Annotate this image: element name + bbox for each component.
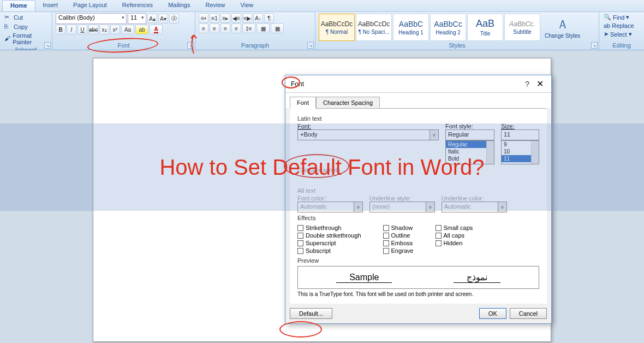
style-heading2[interactable]: AaBbCcHeading 2 <box>430 14 466 41</box>
font-color-value: Automatic <box>300 203 327 210</box>
indent-left-button[interactable]: ◀≡ <box>231 13 241 23</box>
show-marks-button[interactable]: ¶ <box>264 13 274 23</box>
highlight-button[interactable]: ab <box>135 25 148 34</box>
change-case-button[interactable]: Aa <box>121 25 134 34</box>
style-title[interactable]: AaBTitle <box>467 14 503 41</box>
underline-button[interactable]: U <box>77 25 87 34</box>
select-button[interactable]: ➤Select ▾ <box>603 30 641 38</box>
find-button[interactable]: 🔍Find ▾ <box>603 13 641 21</box>
superscript-checkbox[interactable]: Superscript <box>297 240 361 246</box>
italic-button[interactable]: I <box>67 25 76 34</box>
group-styles: AaBbCcDc¶ Normal AaBbCcDc¶ No Spaci... A… <box>315 12 599 50</box>
font-launcher-icon[interactable]: ↘ <box>187 42 194 49</box>
format-painter-button[interactable]: 🖌Format Painter <box>3 32 49 46</box>
preview-sample-latin: Sample <box>336 273 392 283</box>
ok-button[interactable]: OK <box>479 308 506 319</box>
dialog-footer: Default... OK Cancel <box>285 304 551 323</box>
borders-button[interactable]: ▦ <box>271 23 284 33</box>
all-text-label: All text <box>297 187 539 194</box>
styles-launcher-icon[interactable]: ↘ <box>591 42 598 49</box>
dstrike-checkbox[interactable]: Double strikethrough <box>297 232 361 239</box>
copy-label: Copy <box>14 23 28 30</box>
bullets-button[interactable]: ≡• <box>199 13 208 23</box>
bold-button[interactable]: B <box>56 25 65 34</box>
underline-color-combo[interactable]: Automaticv <box>442 202 507 212</box>
tab-insert[interactable]: Insert <box>35 0 66 11</box>
multilevel-button[interactable]: ≡▸ <box>220 13 230 23</box>
strike-checkbox[interactable]: Strikethrough <box>297 224 361 231</box>
tab-home[interactable]: Home <box>2 0 35 11</box>
clear-format-button[interactable]: Ⓐ <box>169 14 179 23</box>
emboss-checkbox[interactable]: Emboss <box>383 240 414 246</box>
cancel-button[interactable]: Cancel <box>510 308 547 319</box>
align-center-button[interactable]: ≡ <box>210 23 219 33</box>
paragraph-launcher-icon[interactable]: ↘ <box>307 42 314 49</box>
brush-icon: 🖌 <box>4 35 11 43</box>
numbering-button[interactable]: ≡1 <box>210 13 219 23</box>
tab-mailings[interactable]: Mailings <box>160 0 198 11</box>
shading-button[interactable]: ▦ <box>257 23 270 33</box>
preview-box: Sample نموذج <box>297 266 539 289</box>
dialog-tab-spacing[interactable]: Character Spacing <box>316 97 380 109</box>
style-listbox[interactable]: Regular Italic Bold <box>445 140 494 164</box>
style-normal[interactable]: AaBbCcDc¶ Normal <box>319 14 355 41</box>
cut-button[interactable]: ✂Cut <box>3 13 49 22</box>
justify-button[interactable]: ≡ <box>231 23 241 33</box>
align-right-button[interactable]: ≡ <box>220 23 230 33</box>
engrave-checkbox[interactable]: Engrave <box>383 247 414 254</box>
tab-references[interactable]: References <box>115 0 160 11</box>
font-size-select[interactable]: 11 <box>128 13 146 24</box>
outline-checkbox[interactable]: Outline <box>383 232 414 239</box>
font-group-title: Font <box>56 42 192 49</box>
font-name-select[interactable]: Calibri (Body) <box>56 13 127 24</box>
indent-right-button[interactable]: ≡▶ <box>242 13 252 23</box>
default-button[interactable]: Default... <box>290 308 332 319</box>
size-listbox[interactable]: 9 10 11 <box>501 140 539 164</box>
style-heading1[interactable]: AaBbCHeading 1 <box>393 14 429 41</box>
ribbon: ✂Cut ⎘Copy 🖌Format Painter lipboard ↘ Ca… <box>0 12 644 50</box>
style-label: Heading 2 <box>436 29 461 36</box>
change-styles-button[interactable]: Ａ Change Styles <box>541 16 583 39</box>
dialog-help-icon[interactable]: ? <box>522 80 533 88</box>
dialog-tabs: Font Character Spacing <box>285 93 551 108</box>
copy-button[interactable]: ⎘Copy <box>3 22 49 31</box>
replace-button[interactable]: abReplace <box>603 22 641 29</box>
smallcaps-checkbox[interactable]: Small caps <box>436 224 473 231</box>
shrink-font-button[interactable]: A▾ <box>158 14 168 23</box>
style-preview: AaBbCcDc <box>321 20 353 28</box>
sort-button[interactable]: A↓ <box>253 13 263 23</box>
checkbox-label: Strikethrough <box>306 224 341 231</box>
clipboard-launcher-icon[interactable]: ↘ <box>44 42 51 49</box>
style-preview: AaBbCc. <box>509 20 535 28</box>
font-combo[interactable]: +Bodyv <box>297 129 439 140</box>
style-combo[interactable]: Regular <box>445 129 494 140</box>
allcaps-checkbox[interactable]: All caps <box>436 232 473 239</box>
underline-style-combo[interactable]: (none)v <box>369 202 435 212</box>
align-left-button[interactable]: ≡ <box>199 23 208 33</box>
tab-review[interactable]: Review <box>198 0 232 11</box>
line-spacing-button[interactable]: ‡≡ <box>242 23 255 33</box>
subscript-checkbox[interactable]: Subscript <box>297 247 361 254</box>
size-combo[interactable]: 11 <box>501 129 539 140</box>
font-color-combo[interactable]: Automaticv <box>297 202 363 212</box>
dialog-tab-font[interactable]: Font <box>290 97 316 109</box>
hidden-checkbox[interactable]: Hidden <box>436 240 473 246</box>
shadow-checkbox[interactable]: Shadow <box>383 224 414 231</box>
strike-button[interactable]: abc <box>88 25 98 34</box>
subscript-button[interactable]: x₂ <box>99 25 109 34</box>
checkbox-label: Outline <box>391 232 410 239</box>
style-subtitle[interactable]: AaBbCc.Subtitle <box>504 14 540 41</box>
size-combo-value: 11 <box>504 131 510 138</box>
grow-font-button[interactable]: A▴ <box>147 14 157 23</box>
tab-page-layout[interactable]: Page Layout <box>65 0 115 11</box>
binoculars-icon: 🔍 <box>604 14 611 21</box>
font-color-button[interactable]: A <box>150 25 163 34</box>
style-preview: AaBbC <box>399 20 423 28</box>
checkbox-label: Shadow <box>391 224 413 231</box>
dialog-close-icon[interactable]: ✕ <box>534 79 546 88</box>
style-no-spacing[interactable]: AaBbCcDc¶ No Spaci... <box>356 14 392 41</box>
tab-view[interactable]: View <box>233 0 261 11</box>
scrollbar[interactable] <box>486 141 494 164</box>
scrollbar[interactable] <box>531 141 539 164</box>
superscript-button[interactable]: x² <box>110 25 120 34</box>
